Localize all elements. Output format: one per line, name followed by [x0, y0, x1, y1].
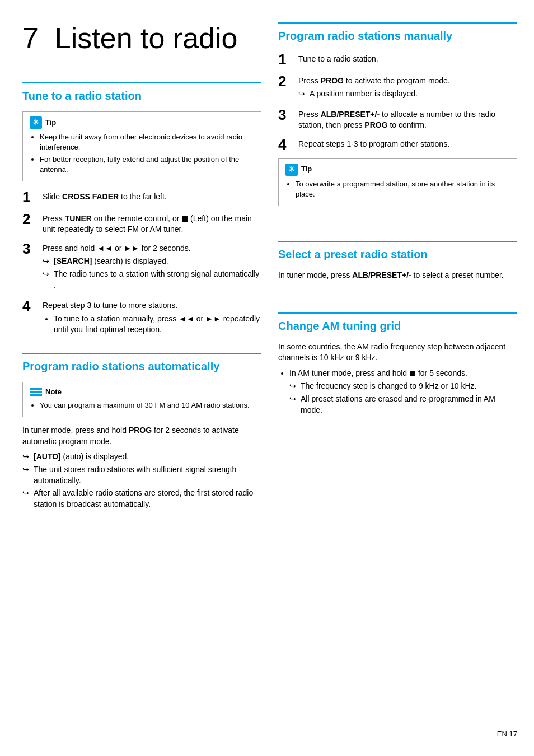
tune-section-heading: Tune to a radio station: [22, 82, 261, 104]
am-square-icon: [410, 371, 415, 376]
tune-tip-item-1: Keep the unit away from other electronic…: [40, 132, 254, 152]
tune-step-2: 2 Press TUNER on the remote control, or …: [22, 211, 261, 235]
manual-tip-label: Tip: [301, 164, 312, 174]
tune-step-4-bullets: To tune to a station manually, press ◄◄ …: [43, 314, 261, 335]
am-sub-list: ↪The frequency step is changed to 9 kHz …: [289, 381, 517, 416]
manual-tip-icon: ✳: [285, 164, 298, 176]
tune-tip-label: Tip: [45, 118, 56, 128]
manual-section-heading: Program radio stations manually: [278, 22, 517, 44]
manual-step-3: 3 Press ALB/PRESET+/- to allocate a numb…: [278, 107, 517, 131]
preset-body-text: In tuner mode, press ALB/PRESET+/- to se…: [278, 270, 517, 281]
manual-step-1: 1 Tune to a radio station.: [278, 52, 517, 68]
tune-tip-item-2: For better reception, fully extend and a…: [40, 155, 254, 175]
am-section-heading: Change AM tuning grid: [278, 312, 517, 334]
manual-step-2-sub: ↪A position number is displayed.: [298, 88, 517, 100]
page-footer: EN 17: [497, 729, 517, 739]
am-body-text: In some countries, the AM radio frequenc…: [278, 342, 517, 363]
square-icon: [182, 216, 188, 222]
tune-tip-box: ✳ Tip Keep the unit away from other elec…: [22, 111, 261, 181]
page-title: 7 Listen to radio: [22, 22, 261, 54]
am-section: Change AM tuning grid In some countries,…: [278, 312, 517, 418]
tune-tip-list: Keep the unit away from other electronic…: [30, 132, 254, 175]
manual-tip-item-1: To overwrite a programmed station, store…: [296, 179, 510, 199]
auto-sub-list: ↪[AUTO] (auto) is displayed. ↪The unit s…: [22, 451, 261, 510]
tune-step-3: 3 Press and hold ◄◄ or ►► for 2 seconds.…: [22, 241, 261, 292]
preset-section: Select a preset radio station In tuner m…: [278, 241, 517, 286]
manual-tip-list: To overwrite a programmed station, store…: [285, 179, 510, 199]
manual-steps-list: 1 Tune to a radio station. 2 Press PROG …: [278, 52, 517, 153]
auto-note-list: You can program a maximum of 30 FM and 1…: [30, 400, 254, 410]
tune-step-4: 4 Repeat step 3 to tune to more stations…: [22, 298, 261, 337]
auto-note-item-1: You can program a maximum of 30 FM and 1…: [40, 400, 254, 410]
auto-note-box: Note You can program a maximum of 30 FM …: [22, 382, 261, 417]
note-icon: [30, 388, 42, 396]
manual-tip-box: ✳ Tip To overwrite a programmed station,…: [278, 158, 517, 206]
tune-step-3-sub: ↪[SEARCH] (search) is displayed. ↪The ra…: [43, 256, 261, 291]
auto-note-label: Note: [45, 387, 62, 397]
tune-step-1: 1 Slide CROSS FADER to the far left.: [22, 189, 261, 206]
manual-step-2: 2 Press PROG to activate the program mod…: [278, 73, 517, 101]
tune-steps-list: 1 Slide CROSS FADER to the far left. 2 P…: [22, 189, 261, 337]
auto-section-heading: Program radio stations automatically: [22, 353, 261, 374]
tip-icon: ✳: [30, 116, 42, 129]
manual-step-4: 4 Repeat steps 1-3 to program other stat…: [278, 137, 517, 153]
preset-section-heading: Select a preset radio station: [278, 241, 517, 262]
manual-section: Program radio stations manually 1 Tune t…: [278, 22, 517, 214]
auto-body-text: In tuner mode, press and hold PROG for 2…: [22, 425, 261, 447]
am-bullets: In AM tuner mode, press and hold for 5 s…: [278, 368, 517, 416]
